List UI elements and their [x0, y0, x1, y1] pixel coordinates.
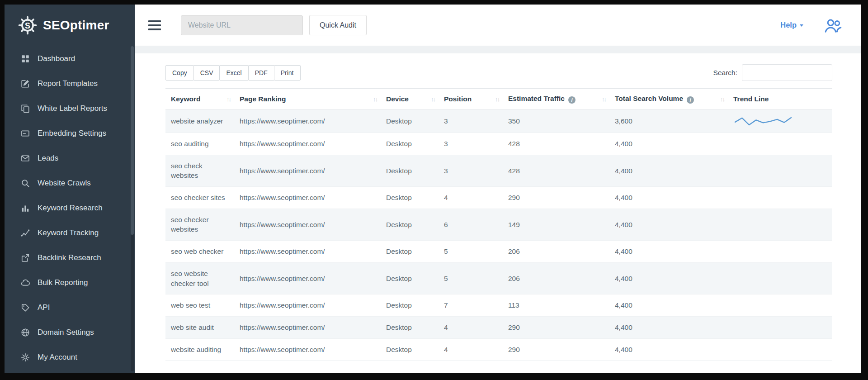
sidebar-item-label: Backlink Research	[38, 253, 101, 262]
column-header-estimated-traffic[interactable]: Estimated Traffici↑↓	[503, 89, 609, 110]
column-label: Position	[444, 95, 472, 103]
cell-keyword: seo web checker	[165, 241, 234, 263]
column-header-position[interactable]: Position↑↓	[439, 89, 503, 110]
sidebar-item-my-account[interactable]: My Account	[5, 345, 135, 370]
sidebar-item-domain-settings[interactable]: Domain Settings	[5, 320, 135, 345]
cell-device: Desktop	[381, 133, 439, 155]
svg-text:S: S	[25, 21, 30, 30]
website-url-input[interactable]	[181, 15, 303, 35]
sidebar-item-keyword-tracking[interactable]: Keyword Tracking	[5, 220, 135, 245]
cell-trend-line	[728, 133, 832, 155]
bar-chart-icon	[21, 204, 30, 213]
table-row: seo check websiteshttps://www.seoptimer.…	[165, 155, 832, 186]
column-header-trend-line: Trend Line	[728, 89, 832, 110]
sidebar-item-bulk-reporting[interactable]: Bulk Reporting	[5, 270, 135, 295]
cell-total-search-volume: 4,400	[609, 133, 728, 155]
sidebar-item-leads[interactable]: Leads	[5, 146, 135, 171]
sidebar-scrollbar[interactable]	[131, 46, 134, 371]
table-toolbar: CopyCSVExcelPDFPrint Search:	[165, 64, 832, 81]
cell-device: Desktop	[381, 262, 439, 294]
column-header-keyword[interactable]: Keyword↑↓	[165, 89, 234, 110]
cell-page-ranking: https://www.seoptimer.com/	[234, 241, 381, 263]
table-row: web site audithttps://www.seoptimer.com/…	[165, 316, 832, 338]
search-icon	[21, 179, 30, 188]
sidebar-item-dashboard[interactable]: Dashboard	[5, 46, 135, 71]
copy-icon	[21, 104, 30, 113]
sort-icon: ↑↓	[495, 96, 499, 103]
cell-trend-line	[728, 209, 832, 240]
table-body: website analyzerhttps://www.seoptimer.co…	[165, 110, 832, 361]
export-copy-button[interactable]: Copy	[165, 65, 194, 81]
quick-audit-button[interactable]: Quick Audit	[309, 15, 367, 35]
grid-icon	[21, 54, 30, 63]
cell-estimated-traffic: 428	[503, 133, 609, 155]
table-row: web seo testhttps://www.seoptimer.com/De…	[165, 294, 832, 317]
column-label: Device	[386, 95, 409, 103]
cell-page-ranking: https://www.seoptimer.com/	[234, 209, 381, 240]
export-pdf-button[interactable]: PDF	[248, 65, 274, 81]
cell-estimated-traffic: 290	[503, 187, 609, 209]
column-header-page-ranking[interactable]: Page Ranking↑↓	[234, 89, 381, 110]
sidebar-item-label: White Label Reports	[38, 104, 107, 113]
sidebar-item-keyword-research[interactable]: Keyword Research	[5, 195, 135, 220]
info-icon[interactable]: i	[568, 96, 576, 104]
cell-trend-line	[728, 262, 832, 294]
info-icon[interactable]: i	[687, 96, 694, 104]
search-input[interactable]	[742, 64, 832, 81]
cell-device: Desktop	[381, 155, 439, 186]
menu-toggle-icon[interactable]	[148, 20, 161, 30]
column-header-device[interactable]: Device↑↓	[381, 89, 439, 110]
topbar: Quick Audit Help	[135, 5, 861, 46]
export-csv-button[interactable]: CSV	[193, 65, 220, 81]
sidebar-item-label: Domain Settings	[38, 328, 94, 337]
export-excel-button[interactable]: Excel	[219, 65, 248, 81]
sidebar-item-white-label-reports[interactable]: White Label Reports	[5, 96, 135, 121]
sidebar-item-api[interactable]: API	[5, 295, 135, 320]
sidebar-item-label: API	[38, 303, 50, 312]
seoptimer-logo[interactable]: S SEOptimer	[5, 5, 135, 46]
cell-estimated-traffic: 290	[503, 316, 609, 338]
cell-total-search-volume: 4,400	[609, 316, 728, 338]
sidebar-item-label: Keyword Research	[38, 204, 103, 213]
cell-device: Desktop	[381, 316, 439, 338]
cell-page-ranking: https://www.seoptimer.com/	[234, 316, 381, 338]
cell-keyword: seo auditing	[165, 133, 234, 155]
sidebar-item-label: Embedding Settings	[38, 129, 106, 138]
sidebar-item-embedding-settings[interactable]: Embedding Settings	[5, 121, 135, 146]
cell-estimated-traffic: 113	[503, 294, 609, 317]
sidebar-item-label: Dashboard	[38, 54, 75, 63]
cell-trend-line	[728, 338, 832, 361]
cell-estimated-traffic: 290	[503, 338, 609, 361]
cell-keyword: web site audit	[165, 316, 234, 338]
cell-page-ranking: https://www.seoptimer.com/	[234, 187, 381, 209]
table-row: seo checker websiteshttps://www.seoptime…	[165, 209, 832, 240]
sidebar-item-report-templates[interactable]: Report Templates	[5, 71, 135, 96]
cell-trend-line	[728, 316, 832, 338]
account-users-icon[interactable]	[824, 18, 842, 33]
cell-position: 4	[439, 316, 503, 338]
cell-total-search-volume: 4,400	[609, 294, 728, 317]
caret-down-icon	[800, 24, 803, 27]
table-row: website analyzerhttps://www.seoptimer.co…	[165, 110, 832, 133]
tag-icon	[21, 303, 30, 312]
cell-keyword: seo checker sites	[165, 187, 234, 209]
cell-trend-line	[728, 294, 832, 317]
cell-estimated-traffic: 428	[503, 155, 609, 186]
column-header-total-search-volume[interactable]: Total Search Volumei↑↓	[609, 89, 728, 110]
sidebar-item-website-crawls[interactable]: Website Crawls	[5, 171, 135, 195]
column-label: Estimated Traffic	[508, 95, 565, 102]
sort-icon: ↑↓	[373, 96, 377, 103]
sidebar-scrollbar-thumb[interactable]	[131, 46, 134, 235]
cell-total-search-volume: 4,400	[609, 187, 728, 209]
search-label: Search:	[713, 69, 737, 77]
export-buttons-group: CopyCSVExcelPDFPrint	[165, 65, 300, 81]
sidebar-item-backlink-research[interactable]: Backlink Research	[5, 245, 135, 270]
cell-position: 5	[439, 241, 503, 263]
table-row: seo checker siteshttps://www.seoptimer.c…	[165, 187, 832, 209]
cell-total-search-volume: 4,400	[609, 338, 728, 361]
keyword-rankings-table: Keyword↑↓Page Ranking↑↓Device↑↓Position↑…	[165, 88, 832, 361]
export-print-button[interactable]: Print	[274, 65, 301, 81]
cell-device: Desktop	[381, 338, 439, 361]
search-box: Search:	[713, 64, 832, 81]
help-menu[interactable]: Help	[780, 21, 803, 29]
